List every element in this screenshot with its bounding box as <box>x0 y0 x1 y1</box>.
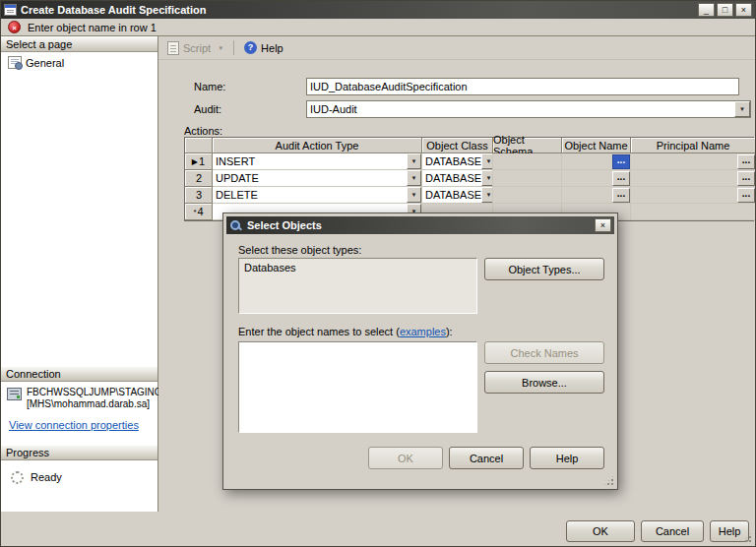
ok-button[interactable]: OK <box>566 520 635 542</box>
audit-dropdown-arrow-icon[interactable]: ▼ <box>734 101 750 117</box>
column-header-object-class: Object Class <box>422 138 493 153</box>
select-a-page-header: Select a page <box>1 36 158 52</box>
principal-browse-button[interactable]: ... <box>737 154 755 169</box>
progress-header: Progress <box>1 445 158 460</box>
object-name-browse-button[interactable]: ... <box>612 171 630 186</box>
page-item-general[interactable]: General <box>1 52 158 69</box>
principal-name-cell[interactable]: ... <box>631 170 755 187</box>
view-connection-properties-link[interactable]: View connection properties <box>9 419 139 431</box>
connection-header: Connection <box>1 366 158 382</box>
column-header-audit-action-type: Audit Action Type <box>213 138 422 153</box>
dialog-ok-button[interactable]: OK <box>368 447 443 469</box>
dropdown-arrow-icon[interactable]: ▼ <box>481 153 493 169</box>
name-input[interactable] <box>306 78 739 95</box>
object-name-cell[interactable]: ... <box>562 187 631 204</box>
audit-combobox-value: IUD-Audit <box>307 103 734 115</box>
toolbar-separator <box>233 40 234 55</box>
object-types-label: Select these object types: <box>238 244 361 256</box>
row-header-2[interactable]: 2 <box>185 170 213 187</box>
select-objects-dialog: Select Objects × Select these object typ… <box>222 213 618 490</box>
grid-row-1: ▶ 1 INSERT ▼ DATABASE ▼ . <box>185 153 753 170</box>
object-name-cell[interactable]: ... <box>562 170 631 187</box>
server-info: FBCHWSSQLJUMP\STAGING [MHS\mohammad.dara… <box>27 387 162 410</box>
examples-link[interactable]: examples <box>400 326 446 337</box>
grid-corner-cell <box>185 138 213 153</box>
script-button[interactable]: Script ▼ <box>162 38 228 58</box>
principal-browse-button[interactable]: ... <box>737 188 755 203</box>
left-panel: Select a page General Connection FBCHWSS… <box>1 36 158 512</box>
audit-action-type-cell[interactable]: UPDATE ▼ <box>213 170 422 187</box>
window-title: Create Database Audit Specification <box>21 4 694 16</box>
current-row-indicator-icon: ▶ <box>192 157 198 166</box>
maximize-button[interactable]: □ <box>717 3 733 17</box>
object-name-browse-button[interactable]: ... <box>612 188 630 203</box>
window-titlebar[interactable]: Create Database Audit Specification _ □ … <box>1 1 755 19</box>
column-header-principal-name: Principal Name <box>631 138 755 153</box>
help-toolbar-button[interactable]: ? Help <box>239 38 288 58</box>
row-header-3[interactable]: 3 <box>185 187 213 204</box>
row-number: 3 <box>196 189 202 201</box>
server-name: FBCHWSSQLJUMP\STAGING <box>27 387 162 398</box>
dialog-close-button[interactable]: × <box>595 218 611 232</box>
dialog-cancel-button[interactable]: Cancel <box>449 447 524 469</box>
object-names-input[interactable] <box>238 341 477 433</box>
audit-label: Audit: <box>194 103 221 115</box>
browse-button[interactable]: Browse... <box>484 371 604 394</box>
close-button[interactable]: × <box>735 3 752 17</box>
dropdown-arrow-icon[interactable]: ▼ <box>407 153 421 169</box>
validation-bar: × Enter object name in row 1 <box>1 19 755 36</box>
window-icon <box>4 4 17 16</box>
script-dropdown-arrow-icon[interactable]: ▼ <box>218 45 223 51</box>
select-objects-icon <box>229 219 242 232</box>
principal-name-cell <box>631 204 755 220</box>
object-name-cell[interactable]: ... <box>562 153 631 170</box>
dialog-help-button[interactable]: Help <box>530 447 604 469</box>
cell-value: UPDATE <box>213 172 407 184</box>
cell-value: INSERT <box>213 155 407 167</box>
page-list: General <box>1 52 158 366</box>
check-names-button[interactable]: Check Names <box>484 341 604 364</box>
dropdown-arrow-icon[interactable]: ▼ <box>407 170 421 186</box>
object-types-button[interactable]: Object Types... <box>484 258 604 280</box>
principal-name-cell[interactable]: ... <box>631 153 755 170</box>
cell-value: DATABASE <box>422 172 481 184</box>
cell-value: DATABASE <box>422 155 481 167</box>
audit-action-type-cell[interactable]: DELETE ▼ <box>213 187 422 204</box>
cell-value: DELETE <box>213 189 407 201</box>
object-types-box: Databases <box>238 258 477 314</box>
principal-browse-button[interactable]: ... <box>737 171 755 186</box>
general-page-label: General <box>26 57 64 69</box>
actions-grid: Audit Action Type Object Class Object Sc… <box>184 137 754 221</box>
cancel-button[interactable]: Cancel <box>641 520 704 542</box>
object-class-cell[interactable]: DATABASE ▼ <box>422 170 493 187</box>
object-name-browse-button[interactable]: ... <box>612 154 630 169</box>
window-controls: _ □ × <box>698 3 752 17</box>
object-names-label-suffix: ): <box>446 326 453 337</box>
new-row-indicator-icon: * <box>193 208 196 216</box>
dialog-resize-grip[interactable] <box>602 474 615 487</box>
dropdown-arrow-icon[interactable]: ▼ <box>481 187 493 203</box>
object-class-cell[interactable]: DATABASE ▼ <box>422 187 493 204</box>
server-user: [MHS\mohammad.darab.sa] <box>27 398 162 410</box>
script-icon <box>167 41 179 55</box>
principal-name-cell[interactable]: ... <box>631 187 755 204</box>
connection-panel: FBCHWSSQLJUMP\STAGING [MHS\mohammad.dara… <box>1 382 158 445</box>
row-header-1[interactable]: ▶ 1 <box>185 153 213 170</box>
audit-action-type-cell[interactable]: INSERT ▼ <box>213 153 422 170</box>
actions-label: Actions: <box>184 125 222 137</box>
row-header-4[interactable]: * 4 <box>185 204 213 220</box>
dropdown-arrow-icon[interactable]: ▼ <box>407 187 421 203</box>
help-button[interactable]: Help <box>710 520 749 542</box>
name-label: Name: <box>194 81 225 92</box>
dropdown-arrow-icon[interactable]: ▼ <box>481 170 493 186</box>
server-icon <box>7 388 22 400</box>
column-header-object-schema: Object Schema <box>493 138 562 153</box>
minimize-button[interactable]: _ <box>698 3 715 17</box>
dialog-title: Select Objects <box>247 219 590 231</box>
progress-status: Ready <box>31 471 62 483</box>
connection-info: FBCHWSSQLJUMP\STAGING [MHS\mohammad.dara… <box>7 387 154 410</box>
audit-combobox[interactable]: IUD-Audit ▼ <box>306 100 751 118</box>
object-class-cell[interactable]: DATABASE ▼ <box>422 153 493 170</box>
dialog-titlebar[interactable]: Select Objects × <box>226 216 614 234</box>
column-header-object-name: Object Name <box>562 138 631 153</box>
